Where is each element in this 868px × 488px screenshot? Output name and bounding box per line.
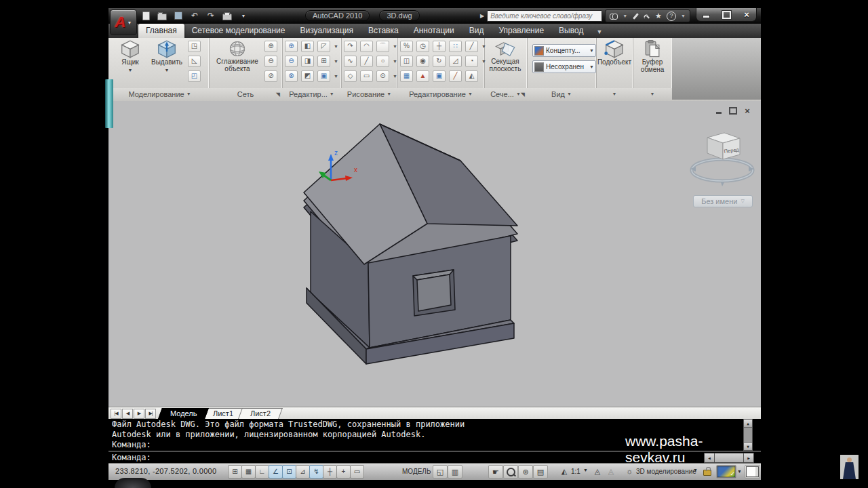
- union-button[interactable]: ⊕: [285, 41, 298, 52]
- panel-modeling-label[interactable]: Моделирование▼: [111, 88, 209, 100]
- offset-button[interactable]: ▣: [433, 70, 446, 82]
- print-button[interactable]: [221, 10, 233, 21]
- tab-upravlenie[interactable]: Управление: [491, 24, 551, 38]
- drawing-restore-button[interactable]: [729, 107, 737, 115]
- help-button[interactable]: ?: [667, 12, 676, 21]
- undo-button[interactable]: ↶: [189, 10, 201, 21]
- smooth-more-button[interactable]: ⊕: [264, 41, 277, 52]
- toolbar-lock-button[interactable]: [701, 465, 713, 477]
- arc-button[interactable]: ⌒: [376, 41, 389, 52]
- tab-model[interactable]: Модель: [158, 408, 209, 419]
- grid-toggle[interactable]: ▦: [241, 465, 256, 479]
- polygon-button[interactable]: ◇: [344, 70, 357, 82]
- circle-dropdown-icon[interactable]: ▼: [393, 59, 397, 64]
- intersect-button[interactable]: ⊗: [285, 70, 298, 82]
- polyline-button[interactable]: ↷: [344, 41, 357, 52]
- ellipse-button[interactable]: ⊙: [376, 70, 389, 82]
- paste-button[interactable]: Буфер обмена: [635, 40, 669, 73]
- shell-button[interactable]: ◭: [465, 70, 478, 82]
- arc-dropdown-icon[interactable]: ▼: [393, 44, 397, 49]
- quick-view-layouts-button[interactable]: ◱: [433, 465, 448, 479]
- panel-view-label[interactable]: Вид▼: [527, 88, 596, 100]
- panel-draw-label[interactable]: Рисование▼: [341, 88, 397, 100]
- clean-screen-button[interactable]: [745, 465, 760, 479]
- tab-vstavka[interactable]: Вставка: [361, 24, 406, 38]
- search-options-chevron-icon[interactable]: ▼: [623, 14, 627, 18]
- search-button[interactable]: [610, 14, 618, 19]
- thicken-button[interactable]: ⊞: [317, 56, 330, 67]
- section-dialog-launcher-icon[interactable]: ◥: [521, 92, 525, 98]
- pan-button[interactable]: ☛: [488, 465, 503, 479]
- scroll-right-icon[interactable]: ▶: [744, 453, 753, 462]
- extrude-dropdown-icon[interactable]: ▼: [165, 66, 170, 74]
- infocenter-expand-icon[interactable]: ▶: [480, 13, 484, 19]
- command-line-window[interactable]: Файл Autodesk DWG. Это файл формата Trus…: [108, 419, 761, 463]
- zoom-button[interactable]: [503, 465, 518, 479]
- extract-dropdown-icon[interactable]: ▼: [334, 74, 338, 79]
- help-options-chevron-icon[interactable]: ▼: [681, 14, 686, 18]
- scroll-left-icon[interactable]: ◀: [705, 453, 714, 462]
- slice-dropdown-icon[interactable]: ▼: [334, 44, 338, 49]
- planar-surface-button[interactable]: ◺: [188, 56, 201, 67]
- drawing-canvas[interactable]: z x Перед ×: [108, 101, 761, 407]
- application-menu-button[interactable]: A▼: [110, 9, 137, 35]
- drawing-close-button[interactable]: ×: [743, 107, 751, 115]
- tab-list2[interactable]: Лист2: [238, 408, 283, 419]
- rotate-button[interactable]: ↻: [433, 56, 446, 67]
- save-button[interactable]: [172, 10, 184, 21]
- move-button[interactable]: ┼: [433, 41, 446, 52]
- fillet-button[interactable]: ◔: [465, 56, 478, 67]
- status-tray-chevron-icon[interactable]: ▼: [737, 469, 742, 474]
- tab-setevoe-modelirovanie[interactable]: Сетевое моделирование: [184, 24, 293, 38]
- prev-layout-button[interactable]: ◀: [122, 409, 133, 419]
- search-input[interactable]: [487, 10, 602, 22]
- panel-mesh-label[interactable]: Сеть: [209, 88, 282, 100]
- model-space-button[interactable]: МОДЕЛЬ: [402, 468, 431, 475]
- named-view-badge[interactable]: Без имени ▽: [693, 195, 753, 207]
- command-horizontal-scrollbar[interactable]: ◀ ▶: [704, 453, 754, 463]
- communication-center-button[interactable]: [644, 13, 650, 19]
- spline-button[interactable]: ∿: [344, 56, 357, 67]
- tab-vid[interactable]: Вид: [462, 24, 492, 38]
- tab-vizualizaciya[interactable]: Визуализация: [293, 24, 361, 38]
- section-plane-button[interactable]: Секущая плоскость: [488, 40, 523, 73]
- panel-clipboard-chevron[interactable]: ▼: [633, 88, 672, 100]
- first-layout-button[interactable]: |◀: [111, 409, 121, 419]
- polysolid-button[interactable]: ◳: [188, 41, 201, 52]
- panel-solid-editing-label[interactable]: Редактир...▼: [282, 88, 341, 100]
- extrude-tool-button[interactable]: Выдавить ▼: [149, 40, 184, 74]
- panel-modify-label[interactable]: Редактирование▼: [397, 88, 484, 100]
- command-splitter[interactable]: [108, 451, 761, 452]
- showmotion-button[interactable]: ▤: [533, 465, 548, 479]
- open-file-button[interactable]: [156, 10, 168, 21]
- subtract-button[interactable]: ⊖: [285, 56, 298, 67]
- workspace-chevron-icon[interactable]: ▼: [693, 468, 698, 472]
- scroll-down-icon[interactable]: ▼: [744, 442, 752, 450]
- erase-button[interactable]: %: [400, 41, 413, 52]
- house-window[interactable]: [413, 270, 455, 316]
- thicken-dropdown-icon[interactable]: ▼: [334, 59, 338, 64]
- smooth-less-button[interactable]: ⊖: [264, 56, 277, 67]
- viewcube[interactable]: Перед: [690, 133, 754, 186]
- command-prompt[interactable]: Команда:: [112, 453, 151, 462]
- scale-button[interactable]: ◿: [449, 56, 462, 67]
- command-vertical-scrollbar[interactable]: ▲ ▼: [743, 419, 753, 451]
- fillet-edge-button[interactable]: ◨: [301, 56, 314, 67]
- drawing-minimize-button[interactable]: [715, 107, 723, 115]
- refine-mesh-button[interactable]: ⊘: [264, 70, 277, 82]
- minimize-button[interactable]: [701, 11, 711, 19]
- tab-vyvod[interactable]: Вывод: [551, 24, 591, 38]
- erase-face-button[interactable]: ◩: [301, 70, 314, 82]
- brush-button[interactable]: ╱: [449, 70, 462, 82]
- minimize-ribbon-chevron-icon[interactable]: ▼: [591, 26, 608, 38]
- 3d-move-gizmo-button[interactable]: ◉: [416, 56, 429, 67]
- box-dropdown-icon[interactable]: ▼: [128, 66, 133, 74]
- lineweight-toggle[interactable]: ▭: [350, 465, 364, 479]
- subobject-filter-button[interactable]: Подобъект: [597, 40, 631, 66]
- close-button[interactable]: ×: [741, 11, 752, 19]
- auto-annotate-button[interactable]: ◬: [605, 465, 617, 477]
- revision-cloud-button[interactable]: ◠: [360, 41, 373, 52]
- osnap-toggle[interactable]: ⊡: [282, 465, 296, 479]
- 3dosnap-toggle[interactable]: ⊿: [296, 465, 310, 479]
- circle-button[interactable]: ○: [376, 56, 389, 67]
